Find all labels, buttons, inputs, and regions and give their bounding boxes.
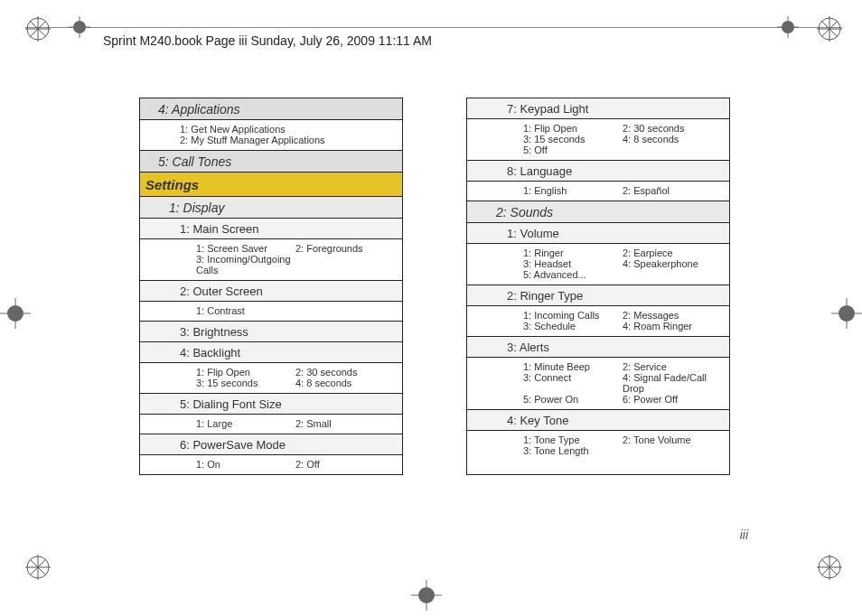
menu-item: 1: English — [523, 185, 623, 196]
menu-heading: 2: Outer Screen — [140, 281, 402, 301]
menu-row: 1: Large2: Small — [140, 415, 402, 434]
menu-row: 1: Volume — [467, 223, 729, 244]
menu-heading: 3: Brightness — [140, 322, 402, 341]
menu-heading: 5: Call Tones — [140, 151, 402, 172]
menu-row: 1: Get New Applications2: My Stuff Manag… — [140, 120, 402, 151]
menu-item — [623, 145, 722, 155]
page: Sprint M240.book Page iii Sunday, July 2… — [0, 0, 862, 616]
menu-item: 4: Signal Fade/Call Drop — [623, 372, 722, 394]
menu-item — [623, 445, 722, 456]
crosshair-icon — [831, 298, 862, 329]
menu-item — [295, 254, 395, 275]
menu-row: 1: English2: Español — [467, 182, 729, 201]
menu-items: 1: Incoming Calls2: Messages3: Schedule4… — [467, 306, 729, 336]
menu-column-right: 7: Keypad Light1: Flip Open2: 30 seconds… — [466, 98, 730, 475]
content-columns: 4: Applications1: Get New Applications2:… — [139, 98, 730, 475]
menu-heading: 6: PowerSave Mode — [140, 434, 402, 454]
menu-items: 1: Minute Beep2: Service3: Connect4: Sig… — [467, 358, 729, 409]
menu-item: 1: Tone Type — [523, 434, 623, 445]
menu-item: 3: Connect — [523, 372, 623, 394]
menu-item: 3: 15 seconds — [196, 378, 295, 388]
register-mark-icon — [25, 16, 51, 42]
menu-item: 5: Advanced... — [523, 269, 623, 280]
menu-row: 1: Flip Open2: 30 seconds3: 15 seconds4:… — [140, 363, 402, 394]
menu-items: 1: Flip Open2: 30 seconds3: 15 seconds4:… — [140, 363, 402, 393]
menu-heading: 4: Backlight — [140, 342, 402, 362]
menu-item — [295, 305, 395, 316]
page-number: iii — [740, 527, 748, 542]
register-mark-icon — [817, 16, 842, 42]
menu-item: 4: 8 seconds — [623, 134, 722, 145]
menu-row: 1: Contrast — [140, 302, 402, 322]
menu-item: 3: 15 seconds — [523, 134, 623, 145]
menu-item: 1: Minute Beep — [523, 361, 623, 372]
menu-item: 5: Off — [523, 145, 623, 155]
crosshair-icon — [0, 298, 31, 329]
menu-row: 5: Call Tones — [140, 151, 402, 173]
menu-item: 3: Incoming/Outgoing Calls — [196, 254, 295, 275]
menu-row: 1: Screen Saver2: Foregrounds3: Incoming… — [140, 239, 402, 281]
menu-item: 1: Ringer — [523, 247, 623, 258]
menu-row: 6: PowerSave Mode — [140, 434, 402, 455]
menu-item: 4: Speakerphone — [623, 258, 722, 269]
menu-row: 1: Flip Open2: 30 seconds3: 15 seconds4:… — [467, 119, 729, 161]
menu-row: 4: Applications — [140, 98, 402, 120]
menu-row: 2: Sounds — [467, 201, 729, 223]
menu-item: 1: Flip Open — [523, 123, 623, 134]
menu-heading: 8: Language — [467, 161, 729, 181]
menu-item: 2: 30 seconds — [623, 123, 722, 134]
menu-item: 3: Schedule — [523, 321, 623, 331]
menu-row: Settings — [140, 173, 402, 197]
menu-heading: 1: Volume — [467, 223, 729, 243]
crosshair-icon — [411, 580, 442, 611]
menu-items: 1: English2: Español — [467, 182, 729, 201]
menu-row: 1: Main Screen — [140, 219, 402, 239]
menu-row: 2: Ringer Type — [467, 285, 729, 306]
menu-row: 4: Backlight — [140, 342, 402, 363]
menu-item: 1: Large — [196, 418, 295, 429]
menu-heading: 1: Main Screen — [140, 219, 402, 238]
menu-row: 3: Alerts — [467, 337, 729, 358]
menu-items: 1: Tone Type2: Tone Volume3: Tone Length — [467, 431, 729, 461]
menu-row: 4: Key Tone — [467, 410, 729, 431]
menu-row: 1: Tone Type2: Tone Volume3: Tone Length — [467, 431, 729, 461]
menu-item: 6: Power Off — [623, 394, 722, 405]
menu-row: 1: Display — [140, 197, 402, 219]
crosshair-icon — [777, 16, 799, 38]
menu-row: 8: Language — [467, 161, 729, 182]
menu-item: 2: Tone Volume — [623, 434, 722, 445]
menu-item: 1: Screen Saver — [196, 243, 295, 254]
menu-item: 2: Off — [295, 459, 395, 470]
menu-heading: Settings — [140, 173, 402, 196]
menu-items: 1: Contrast — [140, 302, 402, 321]
register-mark-icon — [817, 555, 842, 580]
menu-item — [623, 269, 722, 280]
register-mark-icon — [25, 555, 51, 580]
menu-item: 3: Headset — [523, 258, 623, 269]
menu-heading: 1: Display — [140, 197, 402, 218]
menu-item: 3: Tone Length — [523, 445, 623, 456]
menu-row: 1: Incoming Calls2: Messages3: Schedule4… — [467, 306, 729, 337]
menu-item: 2: Earpiece — [623, 247, 722, 258]
menu-item: 1: Flip Open — [196, 367, 295, 378]
menu-item: 1: Contrast — [196, 305, 295, 316]
menu-item: 1: Get New Applications — [180, 124, 395, 135]
menu-heading: 4: Key Tone — [467, 410, 729, 430]
menu-item: 5: Power On — [523, 394, 623, 405]
menu-items: 1: Large2: Small — [140, 415, 402, 434]
menu-heading: 2: Ringer Type — [467, 285, 729, 305]
menu-items: 1: Get New Applications2: My Stuff Manag… — [140, 120, 402, 150]
menu-item: 2: 30 seconds — [295, 367, 395, 378]
menu-heading: 2: Sounds — [467, 201, 729, 222]
menu-item: 4: 8 seconds — [295, 378, 395, 388]
menu-row: 2: Outer Screen — [140, 281, 402, 302]
menu-row: 1: Minute Beep2: Service3: Connect4: Sig… — [467, 358, 729, 410]
menu-row: 1: On2: Off — [140, 455, 402, 474]
header-rule — [25, 27, 842, 28]
menu-item: 2: Small — [295, 418, 395, 429]
menu-items: 1: Screen Saver2: Foregrounds3: Incoming… — [140, 239, 402, 280]
menu-items: 1: Flip Open2: 30 seconds3: 15 seconds4:… — [467, 119, 729, 160]
menu-item: 2: Messages — [623, 310, 722, 321]
menu-row: 1: Ringer2: Earpiece3: Headset4: Speaker… — [467, 244, 729, 285]
menu-item: 4: Roam Ringer — [623, 321, 722, 331]
